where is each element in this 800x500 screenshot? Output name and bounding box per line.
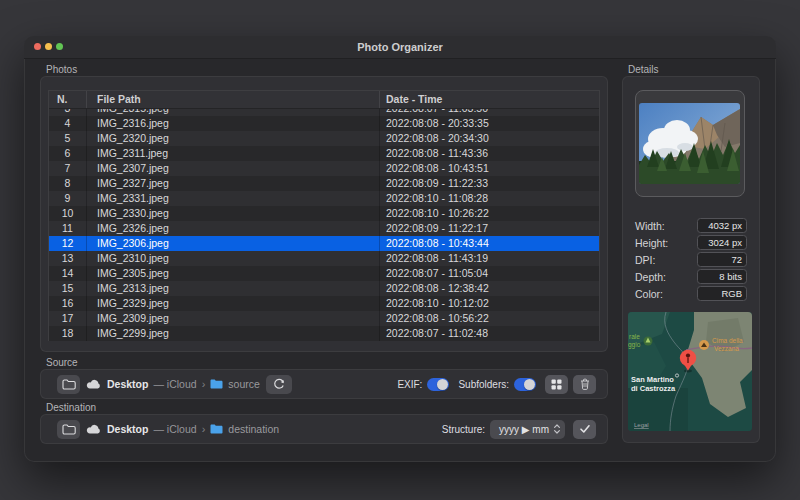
row-file-cell: IMG_2306.jpeg — [87, 236, 380, 251]
breadcrumb-chevron: › — [202, 423, 206, 435]
table-row[interactable]: 11 IMG_2326.jpeg 2022:08:09 - 11:22:17 — [49, 221, 599, 236]
column-header-file-path[interactable]: File Path — [87, 91, 380, 108]
table-row[interactable]: 8 IMG_2327.jpeg 2022:08:09 - 11:22:33 — [49, 176, 599, 191]
structure-label: Structure: — [442, 424, 485, 435]
table-row[interactable]: 9 IMG_2331.jpeg 2022:08:10 - 11:08:28 — [49, 191, 599, 206]
detail-field-row: Color: RGB — [635, 286, 747, 303]
photos-table: N. File Path Date - Time 3 IMG_2315.jpeg… — [48, 90, 600, 341]
column-header-date-time[interactable]: Date - Time — [380, 91, 599, 108]
titlebar: Photo Organizer — [24, 36, 776, 59]
table-row[interactable]: 16 IMG_2329.jpeg 2022:08:10 - 10:12:02 — [49, 296, 599, 311]
icloud-icon — [86, 379, 101, 389]
app-window: Photo Organizer Photos N. File Path Date… — [24, 36, 776, 462]
source-choose-folder-button[interactable] — [57, 375, 80, 394]
row-number-cell: 17 — [49, 311, 87, 326]
table-row[interactable]: 17 IMG_2309.jpeg 2022:08:08 - 10:56:22 — [49, 311, 599, 326]
table-row[interactable]: 10 IMG_2330.jpeg 2022:08:10 - 10:26:22 — [49, 206, 599, 221]
table-row[interactable]: 18 IMG_2299.jpeg 2022:08:07 - 11:02:48 — [49, 326, 599, 341]
detail-field-value[interactable]: 4032 px — [697, 218, 747, 233]
row-file-cell: IMG_2307.jpeg — [87, 161, 380, 176]
source-path-row: Desktop — iCloud › source — [57, 369, 292, 399]
destination-path: Desktop — iCloud › destination — [107, 423, 279, 435]
row-file-cell: IMG_2327.jpeg — [87, 176, 380, 191]
table-row[interactable]: 4 IMG_2316.jpeg 2022:08:08 - 20:33:35 — [49, 116, 599, 131]
details-fields: Width: 4032 px Height: 3024 px DPI: 72 D… — [635, 218, 747, 303]
row-datetime-cell: 2022:08:08 - 10:56:22 — [380, 311, 599, 326]
table-row[interactable]: 6 IMG_2311.jpeg 2022:08:08 - 11:43:36 — [49, 146, 599, 161]
row-datetime-cell: 2022:08:08 - 11:43:19 — [380, 251, 599, 266]
legal-link[interactable]: Legal — [634, 422, 649, 428]
row-number-cell: 9 — [49, 191, 87, 206]
grid-view-button[interactable] — [545, 375, 568, 394]
structure-dropdown[interactable]: yyyy ▶ mm — [490, 420, 565, 439]
peak-label-line1: Cima della — [712, 337, 743, 344]
table-header: N. File Path Date - Time — [49, 91, 599, 109]
source-path: Desktop — iCloud › source — [107, 378, 260, 390]
row-file-cell: IMG_2310.jpeg — [87, 251, 380, 266]
column-header-number[interactable]: N. — [49, 91, 87, 108]
detail-field-label: Depth: — [635, 271, 666, 283]
delete-button[interactable] — [573, 375, 596, 394]
detail-field-value[interactable]: 72 — [697, 252, 747, 267]
row-datetime-cell: 2022:08:08 - 10:43:44 — [380, 236, 599, 251]
detail-field-label: Width: — [635, 220, 665, 232]
row-file-cell: IMG_2299.jpeg — [87, 326, 380, 341]
detail-field-value[interactable]: 8 bits — [697, 269, 747, 284]
location-map[interactable]: rale ggio Cima della Vezzana San Martino… — [628, 312, 752, 431]
structure-value: yyyy ▶ mm — [499, 424, 549, 435]
detail-field-row: DPI: 72 — [635, 252, 747, 269]
exif-label: EXIF: — [397, 379, 422, 390]
table-row[interactable]: 7 IMG_2307.jpeg 2022:08:08 - 10:43:51 — [49, 161, 599, 176]
row-file-cell: IMG_2309.jpeg — [87, 311, 380, 326]
exif-toggle[interactable] — [427, 378, 449, 391]
row-file-cell: IMG_2316.jpeg — [87, 116, 380, 131]
table-row[interactable]: 3 IMG_2315.jpeg 2022:08:07 - 11:03:50 — [49, 109, 599, 116]
row-number-cell: 18 — [49, 326, 87, 341]
row-number-cell: 16 — [49, 296, 87, 311]
trash-icon — [580, 378, 590, 390]
table-row[interactable]: 12 IMG_2306.jpeg 2022:08:08 - 10:43:44 — [49, 236, 599, 251]
row-number-cell: 5 — [49, 131, 87, 146]
table-row[interactable]: 14 IMG_2305.jpeg 2022:08:07 - 11:05:04 — [49, 266, 599, 281]
photo-preview-frame — [635, 90, 745, 197]
row-datetime-cell: 2022:08:07 - 11:02:48 — [380, 326, 599, 341]
apply-button[interactable] — [573, 420, 596, 439]
source-folder-name: source — [228, 378, 260, 390]
row-file-cell: IMG_2331.jpeg — [87, 191, 380, 206]
subfolders-toggle[interactable] — [514, 378, 536, 391]
detail-field-value[interactable]: 3024 px — [697, 235, 747, 250]
source-refresh-button[interactable] — [266, 375, 292, 394]
row-number-cell: 12 — [49, 236, 87, 251]
town-label-line2: di Castrozza — [631, 384, 676, 393]
row-datetime-cell: 2022:08:10 - 11:08:28 — [380, 191, 599, 206]
row-datetime-cell: 2022:08:08 - 20:34:30 — [380, 131, 599, 146]
source-options-row: EXIF: Subfolders: — [397, 369, 596, 399]
row-datetime-cell: 2022:08:09 - 11:22:17 — [380, 221, 599, 236]
row-file-cell: IMG_2305.jpeg — [87, 266, 380, 281]
toggle-knob — [524, 379, 535, 390]
row-datetime-cell: 2022:08:10 - 10:12:02 — [380, 296, 599, 311]
detail-field-value[interactable]: RGB — [697, 286, 747, 301]
row-datetime-cell: 2022:08:08 - 11:43:36 — [380, 146, 599, 161]
toggle-knob — [437, 379, 448, 390]
table-row[interactable]: 15 IMG_2313.jpeg 2022:08:08 - 12:38:42 — [49, 281, 599, 296]
icloud-icon — [86, 424, 101, 434]
refresh-icon — [273, 378, 285, 390]
row-datetime-cell: 2022:08:08 - 12:38:42 — [380, 281, 599, 296]
table-row[interactable]: 5 IMG_2320.jpeg 2022:08:08 - 20:34:30 — [49, 131, 599, 146]
source-path-name: Desktop — [107, 378, 148, 390]
detail-field-row: Width: 4032 px — [635, 218, 747, 235]
table-row[interactable]: 13 IMG_2310.jpeg 2022:08:08 - 11:43:19 — [49, 251, 599, 266]
detail-field-label: DPI: — [635, 254, 655, 266]
breadcrumb-chevron: › — [202, 378, 206, 390]
row-datetime-cell: 2022:08:08 - 10:43:51 — [380, 161, 599, 176]
destination-path-name: Desktop — [107, 423, 148, 435]
blue-folder-icon — [210, 379, 223, 389]
detail-field-row: Depth: 8 bits — [635, 269, 747, 286]
row-number-cell: 6 — [49, 146, 87, 161]
row-number-cell: 7 — [49, 161, 87, 176]
row-file-cell: IMG_2326.jpeg — [87, 221, 380, 236]
destination-choose-folder-button[interactable] — [57, 420, 80, 439]
blue-folder-icon — [210, 424, 223, 434]
photos-section-label: Photos — [46, 64, 77, 75]
